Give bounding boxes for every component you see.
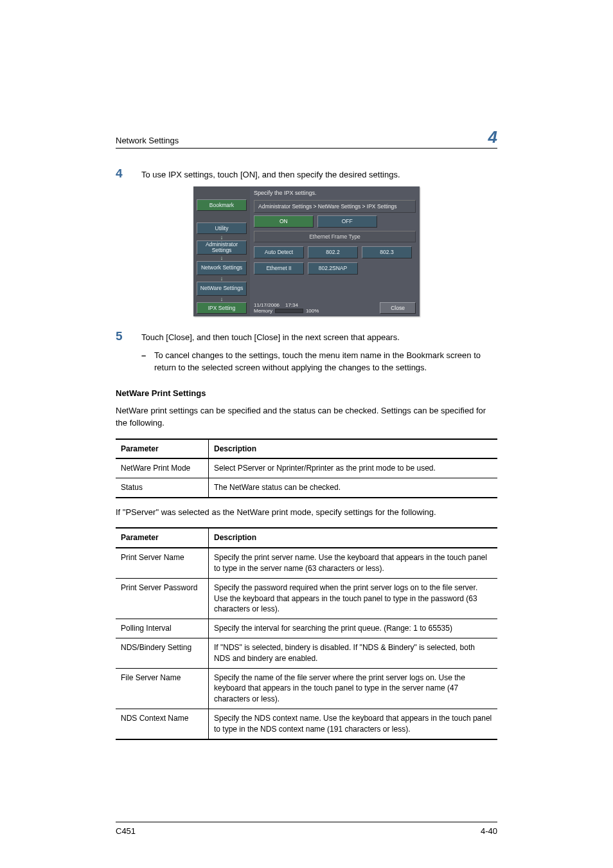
param-cell: Polling Interval [116,619,209,638]
desc-cell: The NetWare status can be checked. [209,478,498,498]
footer-left: C451 [116,826,136,836]
table-row: Status The NetWare status can be checked… [116,478,497,498]
ipx-setting-nav[interactable]: IPX Setting [197,302,247,314]
on-off-row: ON OFF [254,215,416,228]
table-row: NDS Context Name Specify the NDS context… [116,709,497,739]
panel-bottom-bar: 11/17/2006 17:34 Memory 100% Close [254,302,416,314]
panel-instruction: Specify the IPX settings. [254,190,416,196]
param-cell: Print Server Password [116,578,209,619]
arrow-down-icon: ↓ [197,296,247,302]
frame-type-row-1: Auto Detect 802.2 802.3 [254,246,416,258]
panel-main: Specify the IPX settings. Administrator … [250,186,420,316]
desc-cell: Specify the password required when the p… [209,578,498,619]
network-settings-nav[interactable]: Network Settings [197,261,247,275]
desc-cell: Specify the NDS context name. Use the ke… [209,709,498,739]
netware-print-settings-heading: NetWare Print Settings [116,388,497,398]
desc-cell: If "NDS" is selected, bindery is disable… [209,638,498,669]
ethernet-frame-type-label: Ethernet Frame Type [254,231,416,242]
status-block: 11/17/2006 17:34 Memory 100% [254,302,319,314]
option-ethernet-ii[interactable]: Ethernet II [254,262,304,275]
desc-cell: Specify the print server name. Use the k… [209,548,498,578]
option-802-2[interactable]: 802.2 [308,246,358,258]
admin-settings-nav[interactable]: Administrator Settings [197,240,247,255]
step-number: 4 [116,167,141,181]
table-row: Polling Interval Specify the interval fo… [116,619,497,638]
col-description: Description [209,528,498,548]
pserver-intro: If "PServer" was selected as the NetWare… [116,506,497,519]
param-cell: NetWare Print Mode [116,458,209,478]
col-parameter: Parameter [116,439,209,459]
col-parameter: Parameter [116,528,209,548]
panel-date: 11/17/2006 [254,302,280,308]
section-intro: NetWare print settings can be specified … [116,404,497,429]
param-cell: Print Server Name [116,548,209,578]
memory-percent: 100% [306,308,319,314]
panel-left-nav: Bookmark Utility ↓ Administrator Setting… [193,186,250,316]
desc-cell: Specify the name of the file server wher… [209,668,498,709]
chapter-number: 4 [488,129,497,145]
page-header: Network Settings 4 [116,129,497,149]
utility-nav[interactable]: Utility [197,222,247,234]
step-text: Touch [Close], and then touch [Close] in… [141,329,497,344]
memory-label: Memory [254,308,272,314]
option-802-2snap[interactable]: 802.2SNAP [308,262,358,275]
param-cell: Status [116,478,209,498]
page-footer: C451 4-40 [116,822,497,836]
step-number: 5 [116,329,141,344]
bookmark-button[interactable]: Bookmark [197,199,247,211]
table-row: Print Server Password Specify the passwo… [116,578,497,619]
arrow-down-icon: ↓ [197,234,247,240]
desc-cell: Specify the interval for searching the p… [209,619,498,638]
pserver-settings-table: Parameter Description Print Server Name … [116,527,497,739]
touch-panel-screenshot: Bookmark Utility ↓ Administrator Setting… [193,186,420,316]
table-row: NetWare Print Mode Select PServer or Npr… [116,458,497,478]
arrow-down-icon: ↓ [197,255,247,261]
table-row: File Server Name Specify the name of the… [116,668,497,709]
step-4: 4 To use IPX settings, touch [ON], and t… [116,167,497,181]
netware-settings-nav[interactable]: NetWare Settings [197,282,247,296]
panel-time: 17:34 [285,302,298,308]
table-row: NDS/Bindery Setting If "NDS" is selected… [116,638,497,669]
header-title: Network Settings [116,136,179,145]
option-802-3[interactable]: 802.3 [362,246,412,258]
frame-type-row-2: Ethernet II 802.2SNAP [254,262,416,275]
arrow-down-icon: ↓ [197,275,247,282]
footer-right: 4-40 [481,826,497,836]
param-cell: File Server Name [116,668,209,709]
table-row: Print Server Name Specify the print serv… [116,548,497,578]
step-5: 5 Touch [Close], and then touch [Close] … [116,329,497,344]
off-button[interactable]: OFF [317,215,377,228]
step-5-sub: – To cancel changes to the settings, tou… [141,349,497,374]
desc-cell: Select PServer or Nprinter/Rprinter as t… [209,458,498,478]
close-button[interactable]: Close [380,302,416,314]
auto-detect-option[interactable]: Auto Detect [254,246,304,258]
netware-print-mode-table: Parameter Description NetWare Print Mode… [116,439,497,498]
dash-icon: – [141,349,154,374]
step-text: To use IPX settings, touch [ON], and the… [141,167,497,181]
param-cell: NDS/Bindery Setting [116,638,209,669]
param-cell: NDS Context Name [116,709,209,739]
breadcrumb: Administrator Settings > NetWare Setting… [254,200,416,213]
col-description: Description [209,439,498,459]
memory-meter [275,309,303,313]
on-button[interactable]: ON [254,215,314,228]
sub-text: To cancel changes to the settings, touch… [154,349,497,374]
